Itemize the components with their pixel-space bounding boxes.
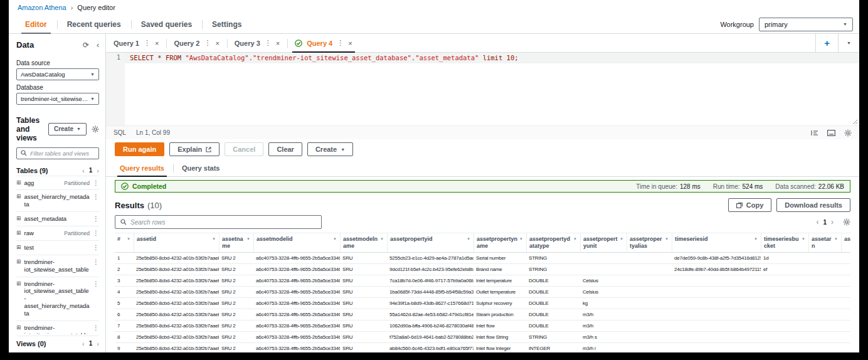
kebab-icon[interactable]: ⋮ [93,179,99,186]
query-tab-query-4[interactable]: Query 4⋮× [287,34,359,52]
column-header-assetname[interactable]: assetname▼ [219,233,253,252]
table-item[interactable]: ⊞asset_hierarchy_metadata⋮ [16,189,99,211]
expand-icon[interactable]: ⊞ [16,193,21,201]
filter-icon[interactable]: ▼ [620,237,623,242]
table-row[interactable]: 225e5b850-8cbd-4232-a01b-53f2b7aaeb67SRU… [115,264,850,275]
kebab-icon[interactable]: ⋮ [144,39,151,47]
tab-query-stats[interactable]: Query stats [173,159,229,176]
prev-page-icon[interactable]: ‹ [82,167,85,174]
table-row[interactable]: 325e5b850-8cbd-4232-a01b-53f2b7aaeb67SRU… [115,275,850,287]
kebab-icon[interactable]: ⋮ [93,230,99,236]
kebab-icon[interactable]: ⋮ [93,193,99,200]
page-number[interactable]: 1 [823,219,827,226]
filter-icon[interactable]: ▼ [802,237,805,242]
next-page-icon[interactable]: › [831,218,834,226]
kebab-icon[interactable]: ⋮ [93,244,99,251]
create-button[interactable]: Create ▼ [48,123,87,135]
tab-query-results[interactable]: Query results [111,159,173,176]
expand-icon[interactable]: ⊞ [16,179,21,187]
page-number[interactable]: 1 [89,167,93,174]
close-icon[interactable]: × [215,40,219,47]
workgroup-select[interactable]: primary ▼ [759,18,853,31]
kebab-icon[interactable]: ⋮ [93,258,99,265]
prev-page-icon[interactable]: ‹ [82,340,85,347]
gear-icon[interactable] [843,218,850,226]
column-header-asse[interactable]: asse▼ [841,233,850,252]
keyboard-shortcuts-icon[interactable] [827,130,835,136]
filter-icon[interactable]: ▼ [467,237,470,242]
table-row[interactable]: 625e5b850-8cbd-4232-a01b-53f2b7aaeb67SRU… [115,309,850,320]
breadcrumb-athena-link[interactable]: Amazon Athena [18,4,66,11]
kebab-icon[interactable]: ⋮ [93,215,99,222]
gear-icon[interactable] [844,129,852,137]
table-row[interactable]: 425e5b850-8cbd-4232-a01b-53f2b7aaeb67SRU… [115,287,850,298]
table-item[interactable]: ⊞rawPartitioned⋮ [16,226,99,240]
query-tab-query-2[interactable]: Query 2⋮× [166,34,226,52]
resize-handle-icon[interactable] [852,119,857,124]
filter-icon[interactable]: ▼ [573,237,577,242]
table-item[interactable]: ⊞asset_metadata⋮ [16,211,99,226]
filter-icon[interactable]: ▼ [333,237,337,242]
filter-tables-input[interactable] [30,150,95,157]
column-header-assetpropertyname[interactable]: assetpropertyname▼ [474,233,526,252]
expand-icon[interactable]: ⊞ [16,258,21,266]
database-select[interactable]: trendminer-iot_sitewise_asset_database ▼ [16,93,99,105]
filter-icon[interactable]: ▼ [754,237,758,242]
query-tab-query-1[interactable]: Query 1⋮× [106,34,166,52]
next-page-icon[interactable]: › [97,167,99,174]
data-source-select[interactable]: AwsDataCatalog ▼ [16,68,99,80]
filter-icon[interactable]: ▼ [212,237,216,242]
close-icon[interactable]: × [155,40,159,47]
create-dropdown-button[interactable]: Create ▼ [307,142,353,156]
collapse-panel-icon[interactable]: ‹ [97,41,99,49]
gear-icon[interactable] [92,125,99,133]
column-header-assetid[interactable]: assetid▼ [134,233,219,252]
new-query-tab-button[interactable]: + [815,34,838,52]
search-rows-input[interactable] [130,219,316,226]
column-header-assetpropertyunit[interactable]: assetpropertyunit▼ [580,233,627,252]
tab-settings[interactable]: Settings [202,15,251,33]
table-row[interactable]: 125e5b850-8cbd-4232-a01b-53f2b7aaeb67SRU… [115,253,850,264]
explain-button[interactable]: Explain [169,142,220,156]
query-tab-query-3[interactable]: Query 3⋮× [227,34,287,52]
format-lines-icon[interactable] [811,130,818,136]
expand-icon[interactable]: ⊞ [16,230,21,237]
table-item[interactable]: ⊞trendminer-iot_sitewise_asset_table⋮ [16,255,99,277]
column-header-assetmodelid[interactable]: assetmodelid▼ [253,233,340,252]
page-number[interactable]: 1 [89,340,93,347]
table-row[interactable]: 825e5b850-8cbd-4232-a01b-53f2b7aaeb67SRU… [115,332,850,343]
table-item[interactable]: ⊞trendminer-iot_sitewise_asset_table-ass… [16,277,99,320]
query-tab-list-button[interactable]: ▼ [838,34,859,52]
tab-editor[interactable]: Editor [15,15,57,33]
download-results-button[interactable]: Download results [776,198,850,212]
clear-button[interactable]: Clear [268,142,302,156]
filter-icon[interactable]: ▼ [246,237,250,242]
column-header-timeseriesid[interactable]: timeseriesid▼ [672,233,761,252]
table-item[interactable]: ⊞aggPartitioned⋮ [16,176,99,190]
sql-code-line[interactable]: SELECT * FROM "AwsDataCatalog"."trendmin… [125,53,859,125]
column-header-timeseriesbucket[interactable]: timeseriesbucket▼ [761,233,808,252]
kebab-icon[interactable]: ⋮ [93,280,99,287]
next-page-icon[interactable]: › [97,340,99,347]
expand-icon[interactable]: ⊞ [16,280,21,288]
run-again-button[interactable]: Run again [115,142,164,156]
table-item[interactable]: ⊞trendminer-iot_sitewise_asset_table-met… [16,320,99,334]
expand-icon[interactable]: ⊞ [16,215,21,223]
close-icon[interactable]: × [276,40,280,47]
sql-editor[interactable]: 1 SELECT * FROM "AwsDataCatalog"."trendm… [106,53,859,125]
kebab-icon[interactable]: ⋮ [265,39,272,47]
table-row[interactable]: 925e5b850-8cbd-4232-a01b-53f2b7aaeb67SRU… [115,343,850,353]
kebab-icon[interactable]: ⋮ [337,39,344,47]
kebab-icon[interactable]: ⋮ [93,324,99,331]
column-header-assetpropertyid[interactable]: assetpropertyid▼ [387,233,474,252]
expand-icon[interactable]: ⊞ [16,244,21,251]
column-header-assetarn[interactable]: assetarn▼ [808,233,841,252]
column-header-assetmodelname[interactable]: assetmodelname▼ [340,233,387,252]
tab-recent-queries[interactable]: Recent queries [57,15,131,33]
close-icon[interactable]: × [348,40,352,47]
filter-icon[interactable]: ▼ [519,237,523,242]
copy-button[interactable]: Copy [728,198,772,212]
kebab-icon[interactable]: ⋮ [204,39,211,47]
refresh-icon[interactable]: ⟳ [83,41,89,49]
filter-icon[interactable]: ▼ [665,237,669,242]
